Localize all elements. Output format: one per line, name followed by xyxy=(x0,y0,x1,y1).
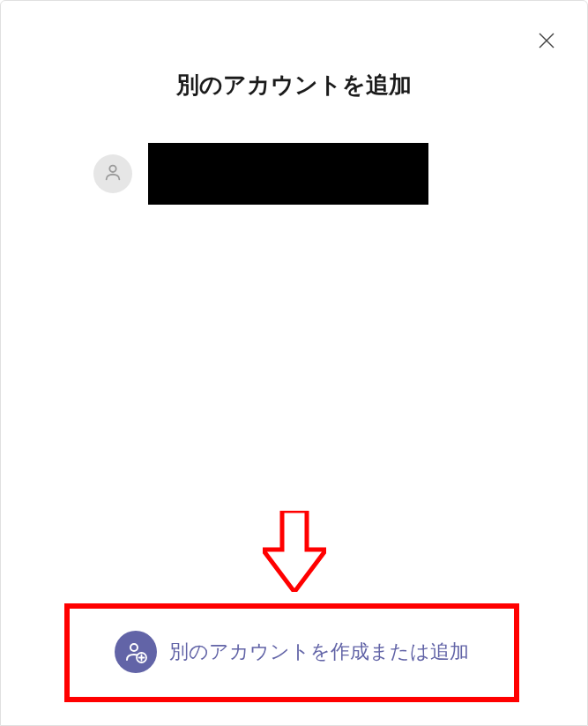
close-icon xyxy=(536,30,557,54)
svg-point-3 xyxy=(130,644,138,651)
person-icon xyxy=(103,162,123,185)
account-row[interactable] xyxy=(93,143,587,205)
person-add-icon xyxy=(115,631,157,673)
avatar xyxy=(93,154,132,193)
create-or-add-account-button[interactable]: 別のアカウントを作成または追加 xyxy=(82,614,502,690)
add-account-modal: 別のアカウントを追加 別のアカウントを作成また xyxy=(0,0,588,726)
close-button[interactable] xyxy=(532,27,561,56)
svg-point-2 xyxy=(109,166,115,172)
modal-title: 別のアカウントを追加 xyxy=(1,70,587,101)
add-account-button-label: 別のアカウントを作成または追加 xyxy=(169,639,469,665)
account-label-redacted xyxy=(148,143,428,205)
annotation-arrow-icon xyxy=(263,511,326,595)
